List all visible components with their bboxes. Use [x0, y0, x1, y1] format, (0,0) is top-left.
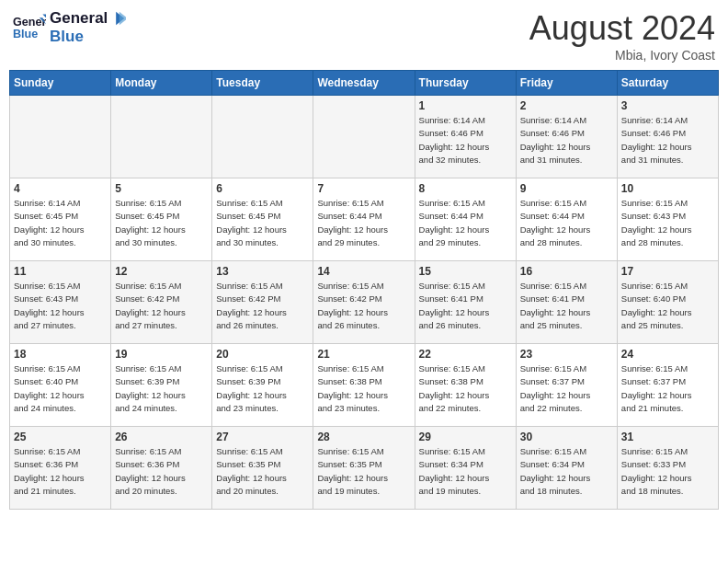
- calendar-cell-5-4: 28Sunrise: 6:15 AM Sunset: 6:35 PM Dayli…: [313, 427, 415, 510]
- day-header-friday: Friday: [516, 71, 617, 96]
- day-info: Sunrise: 6:15 AM Sunset: 6:41 PM Dayligh…: [419, 280, 512, 332]
- calendar-cell-2-3: 6Sunrise: 6:15 AM Sunset: 6:45 PM Daylig…: [212, 178, 313, 261]
- day-header-thursday: Thursday: [415, 71, 516, 96]
- calendar-cell-1-1: [10, 96, 111, 178]
- calendar-cell-2-4: 7Sunrise: 6:15 AM Sunset: 6:44 PM Daylig…: [313, 178, 415, 261]
- day-number: 28: [317, 431, 410, 443]
- day-number: 11: [14, 265, 107, 278]
- calendar-cell-5-5: 29Sunrise: 6:15 AM Sunset: 6:34 PM Dayli…: [415, 427, 516, 510]
- calendar-cell-1-3: [212, 96, 313, 178]
- calendar-cell-1-2: [111, 96, 212, 178]
- day-info: Sunrise: 6:15 AM Sunset: 6:37 PM Dayligh…: [621, 362, 714, 415]
- calendar-cell-3-2: 12Sunrise: 6:15 AM Sunset: 6:42 PM Dayli…: [111, 261, 212, 344]
- day-info: Sunrise: 6:14 AM Sunset: 6:46 PM Dayligh…: [419, 114, 512, 167]
- day-info: Sunrise: 6:15 AM Sunset: 6:36 PM Dayligh…: [14, 445, 107, 498]
- calendar-cell-5-1: 25Sunrise: 6:15 AM Sunset: 6:36 PM Dayli…: [10, 427, 111, 510]
- day-info: Sunrise: 6:14 AM Sunset: 6:46 PM Dayligh…: [621, 114, 714, 167]
- day-info: Sunrise: 6:14 AM Sunset: 6:45 PM Dayligh…: [14, 197, 107, 249]
- calendar-cell-2-1: 4Sunrise: 6:14 AM Sunset: 6:45 PM Daylig…: [10, 178, 111, 261]
- day-number: 1: [419, 99, 512, 112]
- month-title: August 2024: [529, 9, 715, 48]
- calendar-cell-2-6: 9Sunrise: 6:15 AM Sunset: 6:44 PM Daylig…: [516, 178, 617, 261]
- calendar-cell-1-4: [313, 96, 415, 178]
- day-info: Sunrise: 6:15 AM Sunset: 6:44 PM Dayligh…: [520, 197, 613, 249]
- calendar-cell-3-5: 15Sunrise: 6:15 AM Sunset: 6:41 PM Dayli…: [415, 261, 516, 344]
- svg-marker-5: [119, 12, 126, 25]
- day-info: Sunrise: 6:15 AM Sunset: 6:38 PM Dayligh…: [317, 362, 410, 415]
- svg-text:Blue: Blue: [13, 28, 38, 40]
- calendar-cell-5-3: 27Sunrise: 6:15 AM Sunset: 6:35 PM Dayli…: [212, 427, 313, 510]
- day-info: Sunrise: 6:15 AM Sunset: 6:39 PM Dayligh…: [216, 362, 309, 415]
- day-number: 13: [216, 265, 309, 278]
- day-info: Sunrise: 6:15 AM Sunset: 6:42 PM Dayligh…: [115, 280, 208, 332]
- logo-triangle-icon: [109, 10, 126, 27]
- day-info: Sunrise: 6:15 AM Sunset: 6:38 PM Dayligh…: [419, 362, 512, 415]
- day-number: 31: [621, 431, 714, 443]
- logo-blue: Blue: [50, 28, 126, 46]
- calendar-cell-1-7: 3Sunrise: 6:14 AM Sunset: 6:46 PM Daylig…: [617, 96, 718, 178]
- calendar-week-4: 18Sunrise: 6:15 AM Sunset: 6:40 PM Dayli…: [10, 344, 719, 427]
- day-header-saturday: Saturday: [617, 71, 718, 96]
- day-number: 9: [520, 182, 613, 195]
- day-number: 5: [115, 182, 208, 195]
- day-number: 4: [14, 182, 107, 195]
- logo: General Blue General Blue: [13, 9, 126, 46]
- day-info: Sunrise: 6:15 AM Sunset: 6:35 PM Dayligh…: [317, 445, 410, 498]
- day-number: 21: [317, 348, 410, 361]
- day-info: Sunrise: 6:15 AM Sunset: 6:40 PM Dayligh…: [14, 362, 107, 415]
- calendar-cell-2-5: 8Sunrise: 6:15 AM Sunset: 6:44 PM Daylig…: [415, 178, 516, 261]
- calendar-week-1: 1Sunrise: 6:14 AM Sunset: 6:46 PM Daylig…: [10, 96, 719, 178]
- day-number: 18: [14, 348, 107, 361]
- day-info: Sunrise: 6:14 AM Sunset: 6:46 PM Dayligh…: [520, 114, 613, 167]
- day-header-tuesday: Tuesday: [212, 71, 313, 96]
- location: Mbia, Ivory Coast: [529, 48, 715, 63]
- calendar-cell-3-1: 11Sunrise: 6:15 AM Sunset: 6:43 PM Dayli…: [10, 261, 111, 344]
- day-info: Sunrise: 6:15 AM Sunset: 6:36 PM Dayligh…: [115, 445, 208, 498]
- calendar-cell-4-1: 18Sunrise: 6:15 AM Sunset: 6:40 PM Dayli…: [10, 344, 111, 427]
- calendar-cell-5-6: 30Sunrise: 6:15 AM Sunset: 6:34 PM Dayli…: [516, 427, 617, 510]
- calendar-cell-4-7: 24Sunrise: 6:15 AM Sunset: 6:37 PM Dayli…: [617, 344, 718, 427]
- day-number: 24: [621, 348, 714, 361]
- day-info: Sunrise: 6:15 AM Sunset: 6:42 PM Dayligh…: [317, 280, 410, 332]
- day-number: 15: [419, 265, 512, 278]
- day-number: 26: [115, 431, 208, 443]
- day-info: Sunrise: 6:15 AM Sunset: 6:43 PM Dayligh…: [14, 280, 107, 332]
- day-info: Sunrise: 6:15 AM Sunset: 6:34 PM Dayligh…: [419, 445, 512, 498]
- day-info: Sunrise: 6:15 AM Sunset: 6:45 PM Dayligh…: [115, 197, 208, 249]
- calendar-week-5: 25Sunrise: 6:15 AM Sunset: 6:36 PM Dayli…: [10, 427, 719, 510]
- calendar-cell-1-6: 2Sunrise: 6:14 AM Sunset: 6:46 PM Daylig…: [516, 96, 617, 178]
- day-number: 30: [520, 431, 613, 443]
- day-info: Sunrise: 6:15 AM Sunset: 6:33 PM Dayligh…: [621, 445, 714, 498]
- calendar-cell-2-7: 10Sunrise: 6:15 AM Sunset: 6:43 PM Dayli…: [617, 178, 718, 261]
- day-info: Sunrise: 6:15 AM Sunset: 6:42 PM Dayligh…: [216, 280, 309, 332]
- calendar-cell-3-3: 13Sunrise: 6:15 AM Sunset: 6:42 PM Dayli…: [212, 261, 313, 344]
- calendar-cell-1-5: 1Sunrise: 6:14 AM Sunset: 6:46 PM Daylig…: [415, 96, 516, 178]
- calendar-cell-5-2: 26Sunrise: 6:15 AM Sunset: 6:36 PM Dayli…: [111, 427, 212, 510]
- calendar-cell-3-6: 16Sunrise: 6:15 AM Sunset: 6:41 PM Dayli…: [516, 261, 617, 344]
- day-number: 27: [216, 431, 309, 443]
- day-number: 17: [621, 265, 714, 278]
- calendar-cell-5-7: 31Sunrise: 6:15 AM Sunset: 6:33 PM Dayli…: [617, 427, 718, 510]
- day-info: Sunrise: 6:15 AM Sunset: 6:44 PM Dayligh…: [317, 197, 410, 249]
- calendar-header-row: SundayMondayTuesdayWednesdayThursdayFrid…: [10, 71, 719, 96]
- logo-icon: General Blue: [13, 11, 46, 44]
- day-number: 8: [419, 182, 512, 195]
- calendar-cell-4-3: 20Sunrise: 6:15 AM Sunset: 6:39 PM Dayli…: [212, 344, 313, 427]
- day-number: 23: [520, 348, 613, 361]
- day-info: Sunrise: 6:15 AM Sunset: 6:43 PM Dayligh…: [621, 197, 714, 249]
- title-area: August 2024 Mbia, Ivory Coast: [529, 9, 715, 63]
- calendar-cell-3-7: 17Sunrise: 6:15 AM Sunset: 6:40 PM Dayli…: [617, 261, 718, 344]
- logo-general: General: [50, 9, 108, 28]
- day-header-monday: Monday: [111, 71, 212, 96]
- day-info: Sunrise: 6:15 AM Sunset: 6:41 PM Dayligh…: [520, 280, 613, 332]
- header: General Blue General Blue August 2024 Mb…: [9, 9, 719, 63]
- day-info: Sunrise: 6:15 AM Sunset: 6:45 PM Dayligh…: [216, 197, 309, 249]
- day-header-wednesday: Wednesday: [313, 71, 415, 96]
- day-number: 7: [317, 182, 410, 195]
- day-number: 25: [14, 431, 107, 443]
- calendar-cell-4-2: 19Sunrise: 6:15 AM Sunset: 6:39 PM Dayli…: [111, 344, 212, 427]
- calendar-week-2: 4Sunrise: 6:14 AM Sunset: 6:45 PM Daylig…: [10, 178, 719, 261]
- day-number: 6: [216, 182, 309, 195]
- day-info: Sunrise: 6:15 AM Sunset: 6:44 PM Dayligh…: [419, 197, 512, 249]
- day-number: 20: [216, 348, 309, 361]
